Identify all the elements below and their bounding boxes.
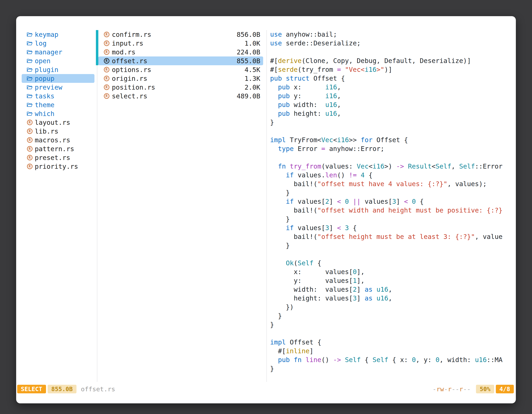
code-line: } [270,188,514,197]
position-badge: 4/8 [496,385,514,393]
folder-icon [26,31,33,38]
code-line: if values[3] < 3 { [270,223,514,232]
item-label: preview [35,83,62,91]
sidebar-item-preview[interactable]: preview [22,83,95,92]
rust-file-icon: R [26,164,33,170]
item-label: theme [35,101,54,109]
rust-file-icon: R [26,155,33,161]
file-size-badge: 855.0B [48,385,76,393]
file-list: Rconfirm.rs856.0BRinput.rs1.0KRmod.rs224… [96,30,267,100]
code-line [270,329,514,338]
sidebar-item-theme[interactable]: theme [22,100,95,109]
code-line: #[inline] [270,347,514,356]
item-label: open [35,57,50,65]
rust-file-icon: R [103,67,110,73]
rust-file-icon: R [103,84,110,90]
file-row-position-rs[interactable]: Rposition.rs2.0K [96,83,267,92]
item-label: preset.rs [35,154,70,162]
sidebar-item-keymap[interactable]: keymap [22,30,95,39]
status-filename: offset.rs [81,385,115,393]
code-line: pub fn line() -> Self { Self { x: 0, y: … [270,356,514,364]
file-row-select-rs[interactable]: Rselect.rs489.0B [96,92,267,100]
item-label: popup [35,75,54,82]
file-size: 224.0B [237,48,260,56]
sidebar-item-preset-rs[interactable]: Rpreset.rs [22,153,95,162]
code-line: bail!("offset must have 4 values: {:?}",… [270,180,514,188]
status-left: SELECT 855.0B offset.rs [17,385,115,393]
file-row-origin-rs[interactable]: Rorigin.rs1.3K [96,74,267,83]
file-row-mod-rs[interactable]: Rmod.rs224.0B [96,48,267,57]
code-line: } [270,215,514,223]
selection-marker [96,74,98,83]
code-line: impl Offset { [270,338,514,347]
file-name: options.rs [112,66,245,74]
sidebar-item-layout-rs[interactable]: Rlayout.rs [22,118,95,127]
file-row-offset-rs[interactable]: Roffset.rs855.0B [96,57,267,65]
file-name: offset.rs [112,57,237,65]
file-size: 2.0K [245,83,260,91]
code-line: #[derive(Clone, Copy, Debug, Default, De… [270,57,514,65]
sidebar-item-popup[interactable]: popup [22,74,95,83]
code-line [270,250,514,259]
rust-file-icon: R [26,128,33,135]
sidebar-item-plugin[interactable]: plugin [22,65,95,74]
sidebar-item-lib-rs[interactable]: Rlib.rs [22,127,95,136]
sidebar-item-open[interactable]: open [22,57,95,65]
rust-file-icon: R [103,58,110,64]
file-permissions: -rw-r--r-- [433,385,471,393]
code-line: #[serde(try_from = "Vec<i16>")] [270,65,514,74]
code-line [270,153,514,162]
code-line: bail!("offset width and height must be p… [270,206,514,215]
item-label: lib.rs [35,127,58,135]
item-label: manager [35,48,62,56]
folder-icon [26,58,33,64]
sidebar-item-pattern-rs[interactable]: Rpattern.rs [22,144,95,153]
rust-file-icon: R [103,40,110,47]
status-right: -rw-r--r-- 50% 4/8 [433,385,514,393]
code-line: pub height: u16, [270,109,514,118]
folder-icon [26,49,33,55]
rust-file-icon: R [103,31,110,38]
sidebar-item-tasks[interactable]: tasks [22,92,95,100]
status-bar: SELECT 855.0B offset.rs -rw-r--r-- 50% 4… [16,385,516,394]
code-line: type Error = anyhow::Error; [270,144,514,153]
item-label: plugin [35,66,58,74]
sidebar-item-macros-rs[interactable]: Rmacros.rs [22,136,95,144]
item-label: pattern.rs [35,145,74,153]
file-size: 1.3K [245,75,260,82]
file-row-input-rs[interactable]: Rinput.rs1.0K [96,39,267,48]
code-line: } [270,311,514,320]
code-line: impl TryFrom<Vec<i16>> for Offset { [270,136,514,144]
folder-icon [26,93,33,99]
rust-file-icon: R [103,49,110,55]
code-line: if values[2] < 0 || values[3] < 0 { [270,197,514,206]
code-line: x: values[0], [270,268,514,276]
file-name: confirm.rs [112,31,237,39]
sidebar-item-which[interactable]: which [22,109,95,118]
folder-icon [26,111,33,117]
sidebar-file-tree: keymaplogmanageropenpluginpopuppreviewta… [22,30,95,171]
folder-icon [26,84,33,90]
file-row-confirm-rs[interactable]: Rconfirm.rs856.0B [96,30,267,39]
rust-file-icon: R [103,93,110,99]
sidebar-item-log[interactable]: log [22,39,95,48]
item-label: tasks [35,92,54,100]
code-line: }) [270,303,514,311]
mode-badge: SELECT [17,385,46,393]
file-name: origin.rs [112,75,245,82]
sidebar-item-manager[interactable]: manager [22,48,95,57]
code-line [270,48,514,57]
file-name: position.rs [112,83,245,91]
code-line: Ok(Self { [270,259,514,268]
file-row-options-rs[interactable]: Roptions.rs4.5K [96,65,267,74]
selection-marker [96,48,98,57]
folder-icon [26,40,33,47]
code-line [270,127,514,136]
file-name: input.rs [112,39,245,47]
sidebar-item-priority-rs[interactable]: Rpriority.rs [22,162,95,171]
item-label: priority.rs [35,163,78,170]
code-line: height: values[3] as u16, [270,294,514,303]
selection-marker [96,92,98,100]
code-line: pub struct Offset { [270,74,514,83]
code-line: } [270,364,514,373]
